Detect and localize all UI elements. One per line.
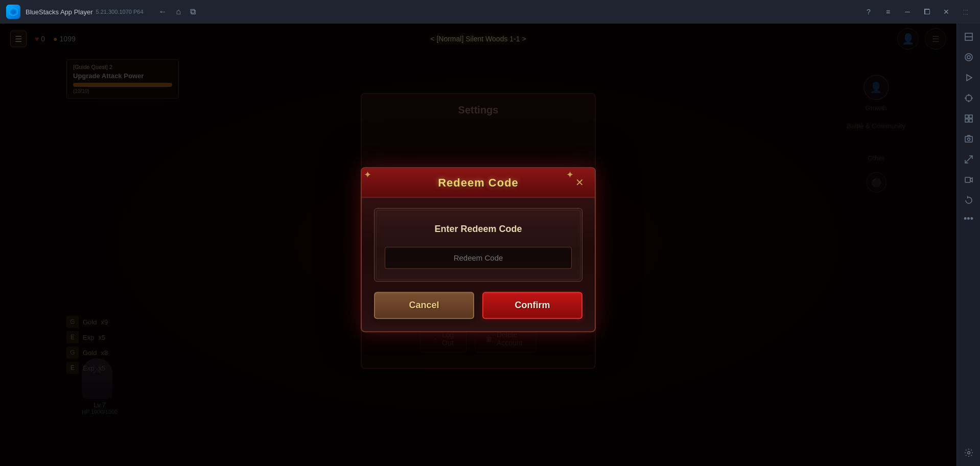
redeem-modal: ✦ Redeem Code ✦ ✕ Enter Redeem Code Canc… — [361, 167, 596, 332]
svg-rect-13 — [969, 115, 972, 118]
sidebar-screenshot-button[interactable] — [960, 130, 978, 148]
tabs-button[interactable]: ⧉ — [190, 7, 196, 16]
titlebar-nav: ← ⌂ ⧉ — [159, 7, 196, 16]
back-button[interactable]: ← — [159, 7, 167, 16]
svg-rect-14 — [965, 119, 968, 122]
svg-point-21 — [967, 452, 970, 454]
redeem-buttons-row: Cancel Confirm — [374, 292, 582, 319]
sidebar-more-dots[interactable]: ••• — [962, 212, 975, 226]
close-button[interactable]: ✕ — [938, 4, 954, 20]
confirm-button[interactable]: Confirm — [482, 292, 582, 319]
svg-point-4 — [965, 54, 972, 61]
more-options-button[interactable]: ⋮⋮ — [958, 4, 974, 20]
app-version: 5.21.300.1070 P64 — [96, 9, 144, 15]
sidebar-record-button[interactable] — [960, 171, 978, 189]
svg-marker-20 — [967, 196, 969, 199]
svg-marker-6 — [967, 75, 972, 81]
redeem-inner-box: Enter Redeem Code — [374, 208, 582, 282]
svg-point-17 — [967, 138, 970, 141]
redeem-inner-label: Enter Redeem Code — [434, 224, 522, 235]
sidebar-resize-top-button[interactable] — [960, 28, 978, 46]
redeem-modal-wrapper: ✦ Redeem Code ✦ ✕ Enter Redeem Code Canc… — [361, 167, 596, 332]
close-x-icon: ✕ — [575, 176, 584, 189]
sidebar-play-button[interactable] — [960, 68, 978, 87]
game-area: ☰ ♥ 0 ● 1099 < [Normal] Silent Woods 1-1… — [0, 24, 956, 466]
sidebar-rotate-button[interactable] — [960, 191, 978, 209]
help-button[interactable]: ? — [860, 4, 877, 20]
menu-button[interactable]: ≡ — [880, 4, 896, 20]
close-modal-button[interactable]: ✕ — [571, 174, 588, 191]
svg-point-5 — [967, 56, 970, 59]
svg-marker-19 — [970, 178, 972, 182]
sidebar-settings-button[interactable] — [960, 444, 978, 462]
home-button[interactable]: ⌂ — [176, 7, 181, 16]
sidebar-camera-button[interactable] — [960, 48, 978, 66]
sidebar-target-button[interactable] — [960, 89, 978, 107]
redeem-title: Redeem Code — [438, 176, 519, 190]
cancel-button[interactable]: Cancel — [374, 292, 474, 319]
app-name: BlueStacks App Player — [26, 8, 93, 16]
sidebar-grid-button[interactable] — [960, 109, 978, 128]
window-controls: ? ≡ ─ ⧠ ✕ ⋮⋮ — [860, 4, 974, 20]
svg-rect-12 — [965, 115, 968, 118]
svg-rect-16 — [965, 136, 972, 142]
svg-rect-18 — [965, 177, 970, 182]
redeem-code-input[interactable] — [385, 247, 572, 269]
redeem-modal-header: ✦ Redeem Code ✦ ✕ — [362, 168, 595, 198]
titlebar: BlueStacks App Player 5.21.300.1070 P64 … — [0, 0, 980, 24]
app-logo — [6, 5, 20, 19]
restore-button[interactable]: ⧠ — [919, 4, 935, 20]
sidebar-resize-button[interactable] — [960, 150, 978, 169]
right-sidebar: ••• — [956, 24, 980, 466]
svg-rect-15 — [969, 119, 972, 122]
corner-decoration-tl: ✦ — [364, 170, 372, 178]
redeem-modal-body: Enter Redeem Code Cancel Confirm — [362, 198, 595, 331]
svg-marker-1 — [11, 9, 16, 14]
minimize-button[interactable]: ─ — [899, 4, 916, 20]
